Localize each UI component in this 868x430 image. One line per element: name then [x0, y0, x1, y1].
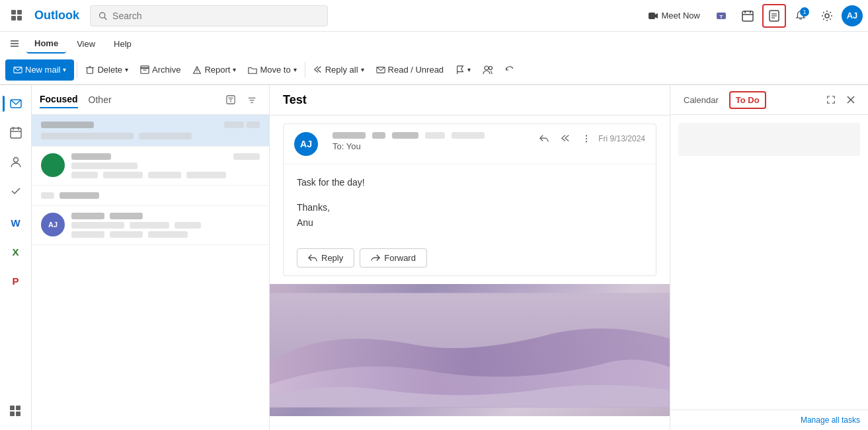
move-to-button[interactable]: Move to ▾ [243, 59, 301, 81]
avatar[interactable]: AJ [842, 5, 863, 26]
list-item[interactable] [32, 115, 269, 147]
sort-icon-button[interactable] [243, 90, 261, 109]
toolbar-sep-1 [77, 62, 77, 78]
svg-point-18 [825, 14, 829, 18]
expand-panel-button[interactable] [822, 90, 840, 109]
sort-icon [247, 95, 256, 104]
new-mail-caret[interactable]: ▾ [63, 66, 66, 73]
svg-point-30 [197, 71, 198, 72]
todo-panel-button[interactable] [762, 4, 786, 28]
reply-quick-button[interactable] [535, 129, 553, 148]
archive-button[interactable]: Archive [135, 59, 186, 81]
reply-all-quick-icon [561, 134, 570, 143]
right-panel-header: Calendar To Do [670, 85, 868, 115]
calendar-icon-button[interactable] [736, 4, 760, 28]
close-panel-button[interactable] [842, 90, 860, 109]
sidebar-icon-calendar[interactable] [3, 120, 29, 146]
read-unread-button[interactable]: Read / Unread [371, 59, 450, 81]
hamburger-menu[interactable] [5, 34, 24, 53]
read-unread-label: Read / Unread [388, 65, 444, 75]
more-options-button[interactable] [577, 129, 596, 148]
reply-all-button[interactable]: Reply all ▾ [308, 59, 370, 81]
email-item-content [71, 153, 260, 178]
notification-button[interactable]: 1 [789, 4, 812, 28]
folder-icon [248, 65, 257, 75]
email-message-actions: Reply Forward [284, 240, 656, 275]
calendar-icon [742, 10, 754, 22]
sidebar-icon-apps[interactable] [3, 398, 29, 425]
reply-button[interactable]: Reply [297, 248, 354, 268]
flag-caret[interactable]: ▾ [467, 66, 471, 73]
delete-caret[interactable]: ▾ [125, 66, 128, 73]
people-button[interactable] [477, 59, 498, 81]
search-input[interactable] [112, 11, 319, 21]
top-bar-right: Meet Now T [641, 4, 863, 28]
meet-now-label: Meet Now [661, 11, 700, 20]
tab-help[interactable]: Help [106, 35, 139, 53]
calendar-panel-tab[interactable]: Calendar [678, 92, 724, 108]
email-list: Focused Other [32, 85, 270, 430]
email-list-tools [221, 90, 261, 109]
delete-button[interactable]: Delete ▾ [80, 59, 134, 81]
manage-all-tasks-link[interactable]: Manage all tasks [670, 410, 868, 430]
tab-other[interactable]: Other [83, 92, 117, 108]
reply-icon [539, 134, 549, 143]
top-bar: Outlook Meet Now T [0, 0, 868, 32]
notification-badge: 1 [795, 10, 807, 22]
sidebar-icon-tasks[interactable] [3, 178, 29, 204]
meet-now-button[interactable]: Meet Now [641, 8, 707, 24]
report-caret[interactable]: ▾ [233, 66, 236, 73]
sidebar-icon-people[interactable] [3, 149, 29, 175]
right-panel: Calendar To Do [670, 85, 868, 430]
svg-rect-0 [11, 10, 16, 15]
email-date: Fri 9/13/2024 [598, 134, 645, 143]
app-name: Outlook [34, 9, 79, 22]
teams-icon-button[interactable]: T [709, 4, 733, 28]
sidebar-icon-mail[interactable] [3, 90, 29, 117]
sidebar-icon-excel[interactable]: X [3, 238, 29, 265]
email-pane: Test AJ [270, 85, 670, 430]
reply-action-icon [308, 254, 317, 263]
tab-view[interactable]: View [69, 35, 103, 53]
app-grid-button[interactable] [5, 4, 29, 28]
message-avatar-initials: AJ [300, 139, 312, 149]
reply-all-quick-button[interactable] [556, 129, 574, 148]
toolbar: New mail ▾ Delete ▾ Archive [0, 55, 868, 85]
right-panel-tools [822, 90, 860, 109]
filter-icon-button[interactable] [221, 90, 240, 109]
flag-button[interactable]: ▾ [450, 59, 476, 81]
email-avatar-2: AJ [41, 213, 65, 236]
tab-focused[interactable]: Focused [40, 91, 78, 108]
tab-home[interactable]: Home [26, 34, 66, 54]
forward-button[interactable]: Forward [360, 248, 427, 268]
list-item[interactable] [32, 186, 269, 206]
list-item[interactable] [32, 147, 269, 186]
new-mail-button[interactable]: New mail ▾ [5, 59, 74, 81]
todo-panel-tab[interactable]: To Do [729, 91, 766, 109]
undo-icon [505, 65, 514, 75]
reply-label: Reply [321, 253, 343, 263]
svg-rect-41 [16, 406, 20, 410]
report-icon [192, 65, 202, 75]
svg-text:T: T [720, 14, 723, 20]
search-box[interactable] [90, 5, 328, 26]
undo-button[interactable] [500, 59, 520, 81]
email-item-content-row [41, 153, 260, 178]
svg-rect-6 [649, 13, 655, 19]
move-to-caret[interactable]: ▾ [294, 66, 297, 73]
svg-point-53 [586, 141, 587, 142]
move-to-label: Move to [260, 65, 290, 75]
email-message-body: Task for the day! Thanks, Anu [284, 164, 656, 240]
notification-count: 1 [800, 7, 809, 17]
report-button[interactable]: Report ▾ [187, 59, 241, 81]
sign-line2: Anu [297, 215, 643, 230]
svg-marker-7 [655, 13, 658, 18]
apps-icon [10, 406, 22, 417]
settings-button[interactable] [815, 4, 839, 28]
sidebar-icon-word[interactable]: W [3, 209, 29, 236]
delete-label: Delete [97, 65, 122, 75]
sidebar-icon-powerpoint[interactable]: P [3, 268, 29, 294]
reply-all-caret[interactable]: ▾ [361, 66, 364, 73]
envelope-icon [376, 65, 385, 75]
list-item[interactable]: AJ [32, 206, 269, 245]
